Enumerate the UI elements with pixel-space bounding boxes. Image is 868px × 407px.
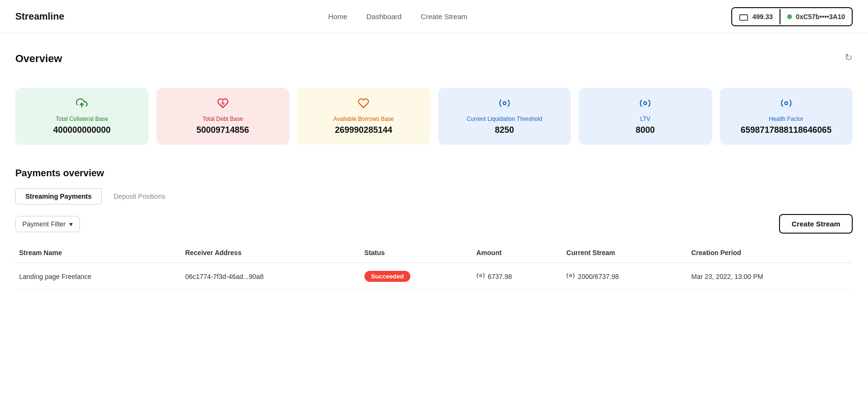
header: Streamline Home Dashboard Create Stream … — [0, 0, 868, 33]
available-borrows-value: 269990285144 — [335, 125, 392, 135]
tab-streaming-payments[interactable]: Streaming Payments — [15, 188, 102, 204]
cell-status: Succeeded — [361, 263, 472, 290]
available-borrows-icon — [358, 97, 369, 112]
total-debt-icon — [217, 97, 229, 112]
overview-section: Overview ↻ Total Collateral Base 4000000… — [15, 53, 853, 145]
svg-point-4 — [503, 102, 506, 105]
total-collateral-icon — [76, 97, 88, 112]
card-total-debt: Total Debt Base 50009714856 — [156, 88, 290, 145]
cell-stream-name: Landing page Freelance — [15, 263, 181, 290]
payments-tabs: Streaming Payments Deposit Positions — [15, 188, 853, 204]
cell-amount: 6737.98 — [472, 263, 562, 290]
svg-rect-0 — [740, 14, 748, 20]
table-header-row: Stream Name Receiver Address Status Amou… — [15, 243, 853, 263]
total-debt-label: Total Debt Base — [202, 116, 243, 122]
ltv-label: LTV — [640, 116, 650, 122]
card-liquidation-threshold: Current Liquidation Threshold 8250 — [438, 88, 571, 145]
payments-section: Payments overview Streaming Payments Dep… — [15, 168, 853, 290]
total-debt-value: 50009714856 — [197, 125, 249, 135]
col-amount: Amount — [472, 243, 562, 263]
current-stream-icon — [566, 271, 575, 282]
table-row: Landing page Freelance 06c1774-7f3d-46ad… — [15, 263, 853, 290]
wallet-address: 0xC57b••••3A10 — [780, 9, 852, 24]
create-stream-button[interactable]: Create Stream — [779, 214, 853, 234]
card-ltv: LTV 8000 — [579, 88, 712, 145]
overview-title: Overview — [15, 53, 62, 65]
connection-status-dot — [787, 14, 792, 19]
amount-value: 6737.98 — [488, 273, 512, 280]
nav-dashboard[interactable]: Dashboard — [366, 12, 401, 21]
amount-icon — [476, 271, 485, 282]
main-content: Overview ↻ Total Collateral Base 4000000… — [0, 33, 868, 309]
status-badge: Succeeded — [364, 271, 411, 282]
wallet-icon — [739, 12, 748, 21]
card-available-borrows: Available Borrows Base 269990285144 — [297, 88, 430, 145]
tab-deposit-positions[interactable]: Deposit Positions — [104, 188, 176, 204]
nav-create-stream[interactable]: Create Stream — [421, 12, 468, 21]
total-collateral-label: Total Collateral Base — [55, 116, 108, 122]
app-logo: Streamline — [15, 11, 64, 22]
health-factor-value: 6598717888118646065 — [741, 125, 832, 135]
total-collateral-value: 400000000000 — [53, 125, 110, 135]
liquidation-threshold-icon — [499, 97, 510, 112]
col-creation-period: Creation Period — [688, 243, 853, 263]
ltv-value: 8000 — [636, 125, 655, 135]
ltv-icon — [639, 97, 651, 112]
card-total-collateral: Total Collateral Base 400000000000 — [15, 88, 149, 145]
wallet-balance: 499.33 — [732, 8, 780, 25]
col-current-stream: Current Stream — [562, 243, 687, 263]
liquidation-threshold-label: Current Liquidation Threshold — [467, 116, 542, 122]
cell-creation-period: Mar 23, 2022, 13:00 PM — [688, 263, 853, 290]
payments-title: Payments overview — [15, 168, 853, 179]
cell-current-stream: 2000/6737.98 — [562, 263, 687, 290]
card-health-factor: Health Factor 6598717888118646065 — [720, 88, 853, 145]
table-toolbar: Payment Filter ▾ Create Stream — [15, 214, 853, 234]
svg-point-6 — [785, 102, 788, 105]
current-stream-value: 2000/6737.98 — [578, 273, 619, 280]
payment-filter-dropdown[interactable]: Payment Filter ▾ — [15, 216, 80, 232]
cell-receiver-address: 06c1774-7f3d-46ad...90a8 — [181, 263, 361, 290]
overview-cards: Total Collateral Base 400000000000 Total… — [15, 88, 853, 145]
payments-table-container: Stream Name Receiver Address Status Amou… — [15, 243, 853, 290]
col-receiver-address: Receiver Address — [181, 243, 361, 263]
available-borrows-label: Available Borrows Base — [333, 116, 394, 122]
svg-point-7 — [480, 274, 482, 277]
refresh-button[interactable]: ↻ — [845, 52, 853, 63]
col-status: Status — [361, 243, 472, 263]
health-factor-label: Health Factor — [769, 116, 803, 122]
chevron-down-icon: ▾ — [69, 220, 73, 228]
svg-point-5 — [644, 102, 647, 105]
liquidation-threshold-value: 8250 — [495, 125, 514, 135]
health-factor-icon — [780, 97, 792, 112]
col-stream-name: Stream Name — [15, 243, 181, 263]
wallet-widget[interactable]: 499.33 0xC57b••••3A10 — [731, 7, 853, 26]
svg-point-8 — [570, 274, 572, 277]
main-nav: Home Dashboard Create Stream — [328, 12, 467, 21]
payments-table: Stream Name Receiver Address Status Amou… — [15, 243, 853, 290]
nav-home[interactable]: Home — [328, 12, 347, 21]
